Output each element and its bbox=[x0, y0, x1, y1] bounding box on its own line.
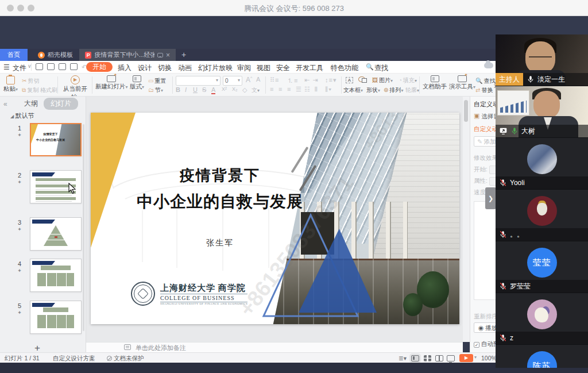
line-spacing-icon[interactable]: ↕≡▾ bbox=[325, 76, 336, 84]
picture-button[interactable]: A bbox=[346, 76, 353, 83]
tab-slides[interactable]: 幻灯片 bbox=[44, 98, 78, 110]
slide-canvas[interactable]: +8613508376371 +8613508376371 疫情背景下 中小企业… bbox=[91, 113, 459, 324]
participant-tile[interactable]: z bbox=[496, 293, 588, 345]
menu-devtools[interactable]: 开发工具 bbox=[296, 63, 323, 73]
collapse-sidebar-button[interactable]: « bbox=[3, 100, 7, 108]
slide-thumbnail-1[interactable]: 疫情背景下 中小企业的自救与发展 bbox=[30, 123, 82, 156]
collapse-pane-button[interactable]: ❯ bbox=[485, 187, 496, 209]
reading-view-button[interactable] bbox=[435, 355, 443, 362]
menu-insert[interactable]: 插入 bbox=[118, 63, 131, 73]
print-preview-icon[interactable] bbox=[70, 63, 78, 70]
italic-button[interactable]: I bbox=[185, 86, 187, 93]
save-icon[interactable] bbox=[36, 63, 43, 70]
tab-document[interactable]: P 疫情背景下中小...经张生军(1) × bbox=[79, 49, 176, 61]
slide-author[interactable]: 张生军 bbox=[127, 238, 312, 248]
bold-button[interactable]: B bbox=[176, 86, 180, 93]
paste-button[interactable]: 粘贴▾ bbox=[3, 76, 18, 93]
slideshow-play-button[interactable]: ▶ bbox=[459, 354, 473, 362]
slideshow-dropdown-caret[interactable]: ▾ bbox=[474, 355, 477, 360]
cloud-sync-icon[interactable] bbox=[484, 63, 493, 68]
find-button[interactable]: 🔍查找 bbox=[475, 77, 495, 85]
subscript-button[interactable]: X₂ bbox=[232, 86, 238, 92]
new-tab-button[interactable]: + bbox=[181, 50, 186, 59]
menu-design[interactable]: 设计 bbox=[138, 63, 152, 73]
slide-title-line1[interactable]: 疫情背景下 bbox=[127, 166, 312, 186]
font-name-combo[interactable]: ▾ bbox=[176, 76, 220, 86]
menu-security[interactable]: 安全 bbox=[276, 63, 290, 73]
notes-bar[interactable]: 单击此处添加备注 bbox=[86, 342, 463, 352]
shapes-button[interactable]: 形状▾ bbox=[366, 86, 380, 94]
sidebar-scrollbar[interactable] bbox=[83, 124, 84, 331]
clear-format-button[interactable]: ◇ bbox=[242, 86, 247, 94]
new-slide-button[interactable]: 新建幻灯片▾ bbox=[95, 75, 128, 91]
menu-animation[interactable]: 动画 bbox=[178, 63, 192, 73]
comment-icon[interactable] bbox=[157, 53, 163, 57]
bullet-list-icon[interactable]: ⠿≡ bbox=[270, 76, 279, 84]
fill-button[interactable]: ◔填充▾ bbox=[399, 76, 417, 84]
doc-assistant-button[interactable]: 文档助手 bbox=[423, 75, 447, 91]
design-scheme-button[interactable]: 自定义设计方案 bbox=[53, 355, 95, 363]
arrange-button[interactable]: ⊜排列▾ bbox=[384, 86, 403, 94]
justify-icon[interactable]: ☰ bbox=[296, 86, 302, 93]
underline-button[interactable]: U bbox=[193, 86, 198, 93]
slide-thumbnail-5[interactable] bbox=[30, 301, 82, 334]
participant-tile[interactable]: 莹莹 罗莹莹 bbox=[496, 241, 588, 293]
slide-sorter-button[interactable] bbox=[424, 355, 431, 362]
participant-tile[interactable]: 。。 bbox=[496, 190, 588, 241]
shapes-icon-button[interactable] bbox=[358, 76, 365, 83]
presenter-view-button[interactable] bbox=[447, 355, 455, 362]
notes-toggle-icon[interactable]: ≣▾ bbox=[399, 355, 407, 362]
menu-features[interactable]: 特色功能 bbox=[331, 63, 358, 73]
present-tools-button[interactable]: 演示工具▾ bbox=[449, 75, 475, 91]
align-center-icon[interactable]: ≡ bbox=[278, 86, 283, 93]
menu-file[interactable]: 文件 bbox=[13, 63, 26, 73]
slide-title-line2[interactable]: 中小企业的自救与发展 bbox=[127, 191, 312, 213]
distribute-icon[interactable]: ☷ bbox=[304, 86, 311, 93]
shrink-font-button[interactable]: A bbox=[256, 76, 260, 83]
indent-icons[interactable]: ⇤ ⇥ bbox=[304, 76, 319, 84]
search-icon[interactable]: 🔍 bbox=[366, 63, 374, 71]
reset-button[interactable]: ▭重置 bbox=[148, 77, 166, 85]
layout-button[interactable]: 版式▾ bbox=[130, 75, 144, 91]
print-icon[interactable] bbox=[59, 63, 66, 70]
char-tool-button[interactable]: 文▾ bbox=[252, 86, 260, 94]
grow-font-button[interactable]: A^ bbox=[246, 76, 252, 84]
picture-menu-button[interactable]: 🖼图片▾ bbox=[372, 76, 393, 84]
participant-tile[interactable]: 陈苏 bbox=[496, 345, 588, 368]
font-size-combo[interactable]: 0▾ bbox=[223, 76, 242, 86]
slide-thumbnail-4[interactable] bbox=[30, 259, 82, 292]
play-from-current-button[interactable]: ▶ 从当前开始▾ bbox=[61, 75, 90, 97]
slide-thumbnail-3[interactable] bbox=[30, 217, 82, 251]
notes-placeholder[interactable]: 单击此处添加备注 bbox=[136, 344, 186, 352]
zoom-level[interactable]: 100% bbox=[481, 355, 497, 362]
section-button[interactable]: 🗂节▾ bbox=[148, 86, 163, 94]
align-right-icon[interactable]: ≡ bbox=[287, 86, 291, 93]
replace-button[interactable]: ⇄替换 bbox=[475, 86, 493, 94]
numbered-list-icon[interactable]: ⒈≡ bbox=[287, 76, 298, 85]
format-painter-button[interactable]: 格式刷 bbox=[40, 86, 57, 94]
participant-tile[interactable]: Yooli bbox=[496, 138, 588, 190]
hamburger-icon[interactable]: ☰ bbox=[3, 63, 10, 71]
menu-transition[interactable]: 切换 bbox=[158, 63, 172, 73]
menu-review[interactable]: 审阅 bbox=[237, 63, 251, 73]
menu-view[interactable]: 视图 bbox=[257, 63, 270, 73]
tab-docer[interactable]: 稻壳模板 bbox=[32, 49, 79, 61]
tab-home[interactable]: 首页 bbox=[0, 49, 28, 61]
menu-start[interactable]: 开始 bbox=[86, 62, 113, 72]
protection-status[interactable]: 文档未保护 bbox=[107, 355, 144, 363]
output-icon[interactable] bbox=[47, 63, 55, 70]
normal-view-button[interactable] bbox=[411, 355, 419, 362]
menu-slideshow[interactable]: 幻灯片放映 bbox=[198, 63, 233, 73]
participant-tile[interactable]: 淡定一生 主持人 bbox=[496, 34, 588, 86]
superscript-button[interactable]: X² bbox=[222, 86, 227, 92]
outline-button[interactable]: 轮廓▾ bbox=[405, 86, 419, 94]
section-default[interactable]: 默认节 bbox=[10, 111, 34, 120]
scrollbar-thumb[interactable] bbox=[464, 100, 468, 122]
strikethrough-button[interactable]: S bbox=[202, 86, 206, 93]
columns-icon[interactable]: ⫴ bbox=[315, 86, 318, 93]
align-left-icon[interactable]: ≡ bbox=[270, 86, 274, 93]
participant-tile[interactable]: 大树 bbox=[496, 86, 588, 138]
textbox-button[interactable]: 文本框▾ bbox=[343, 86, 363, 94]
editor-scrollbar[interactable] bbox=[463, 97, 470, 342]
tab-close-icon[interactable]: × bbox=[166, 51, 170, 59]
